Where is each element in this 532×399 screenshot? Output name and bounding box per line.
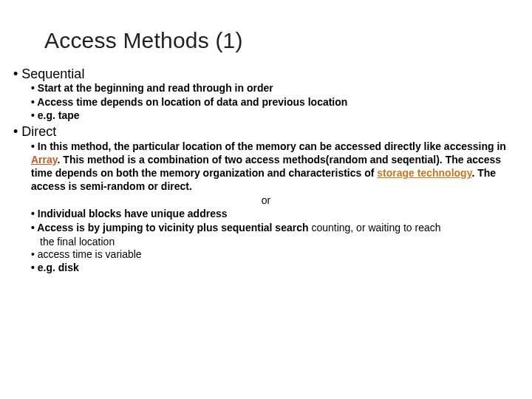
slide-root: Access Methods (1) Sequential Start at t… bbox=[0, 0, 532, 399]
seq-item-1: Start at the beginning and read through … bbox=[31, 82, 519, 95]
direct-sublist-3: access time is variable e.g. disk bbox=[13, 248, 519, 275]
sequential-sublist: Start at the beginning and read through … bbox=[13, 82, 519, 123]
direct-jump-pre: Access is by jumping to vicinity plus se… bbox=[37, 222, 308, 233]
direct-sublist-2: Individual blocks have unique address Ac… bbox=[13, 208, 519, 234]
direct-item-eg: e.g. disk bbox=[31, 262, 519, 275]
slide-title: Access Methods (1) bbox=[44, 28, 519, 53]
link-array[interactable]: Array bbox=[31, 154, 58, 166]
seq-item-3: e.g. tape bbox=[31, 109, 519, 123]
or-separator: or bbox=[13, 194, 519, 206]
direct-long-paragraph: In this method, the particular location … bbox=[31, 140, 519, 194]
direct-jump-tail: counting, or waiting to reach bbox=[309, 222, 441, 233]
link-storage-technology[interactable]: storage technology bbox=[377, 167, 471, 179]
heading-sequential-text: Sequential bbox=[21, 66, 84, 81]
direct-jump-continue: the final location bbox=[13, 236, 519, 248]
content-list: Sequential Start at the beginning and re… bbox=[13, 66, 519, 275]
seq-item-2: Access time depends on location of data … bbox=[31, 96, 519, 109]
direct-item-time: access time is variable bbox=[31, 248, 519, 261]
heading-direct-text: Direct bbox=[21, 124, 56, 139]
heading-direct: Direct In this method, the particular lo… bbox=[13, 124, 519, 275]
direct-item-unique: Individual blocks have unique address bbox=[31, 208, 519, 221]
direct-item-jump: Access is by jumping to vicinity plus se… bbox=[31, 222, 519, 235]
direct-long-pre1: In this method, the particular location … bbox=[38, 140, 506, 152]
direct-sublist: In this method, the particular location … bbox=[13, 140, 519, 194]
heading-sequential: Sequential Start at the beginning and re… bbox=[13, 66, 519, 123]
